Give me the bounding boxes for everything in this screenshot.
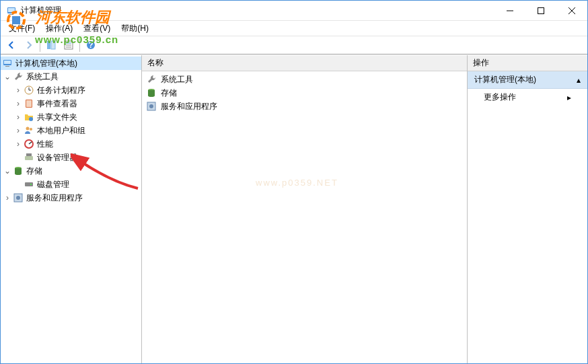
maximize-button[interactable] xyxy=(525,1,556,20)
svg-point-32 xyxy=(15,172,22,175)
svg-point-39 xyxy=(148,94,155,97)
menu-help[interactable]: 帮助(H) xyxy=(116,22,154,36)
disk-icon xyxy=(24,179,34,190)
svg-rect-33 xyxy=(25,182,33,186)
tree-label: 服务和应用程序 xyxy=(26,192,85,204)
svg-rect-16 xyxy=(4,61,11,64)
svg-rect-7 xyxy=(47,41,50,49)
svg-rect-28 xyxy=(25,156,33,160)
menu-view[interactable]: 查看(V) xyxy=(78,22,116,36)
menu-file[interactable]: 文件(F) xyxy=(3,22,40,36)
svg-point-41 xyxy=(149,104,153,108)
window-controls xyxy=(494,1,587,20)
book-icon xyxy=(24,98,34,109)
actions-header: 操作 xyxy=(468,55,587,71)
list-item-system-tools[interactable]: 系统工具 xyxy=(142,73,467,86)
tree-event-viewer[interactable]: › 事件查看器 xyxy=(1,97,141,110)
menu-action[interactable]: 操作(A) xyxy=(40,22,78,36)
tree-storage[interactable]: ⌄ 存储 xyxy=(1,164,141,178)
tree-disk-management[interactable]: 磁盘管理 xyxy=(1,178,141,191)
app-window: 计算机管理 文件(F) 操作(A) 查看(V) 帮助(H) ? 计算机管理(本地… xyxy=(0,0,588,364)
list-item-services-apps[interactable]: 服务和应用程序 xyxy=(142,100,467,113)
expander-icon[interactable]: ⌄ xyxy=(2,166,13,176)
expander-icon[interactable]: › xyxy=(13,125,24,136)
svg-point-25 xyxy=(30,128,32,131)
action-group-header[interactable]: 计算机管理(本地) ▴ xyxy=(468,71,587,89)
computer-icon xyxy=(2,58,13,69)
expander-icon[interactable]: › xyxy=(2,192,13,203)
list-label: 服务和应用程序 xyxy=(161,101,217,112)
storage-icon xyxy=(13,166,24,176)
toolbar-separator xyxy=(79,38,80,52)
tree-device-manager[interactable]: 设备管理器 xyxy=(1,151,141,164)
actions-pane: 操作 计算机管理(本地) ▴ 更多操作 ▸ xyxy=(468,55,587,363)
action-more[interactable]: 更多操作 ▸ xyxy=(468,89,587,106)
column-header-name: 名称 xyxy=(147,57,163,69)
svg-line-27 xyxy=(29,142,32,144)
tree-label: 存储 xyxy=(26,166,45,177)
svg-rect-1 xyxy=(8,8,15,12)
folder-share-icon xyxy=(24,112,34,122)
tree-label: 性能 xyxy=(37,139,56,150)
collapse-icon: ▴ xyxy=(577,75,581,85)
expander-spacer xyxy=(13,152,24,163)
tree-label: 共享文件夹 xyxy=(37,112,80,123)
tree-root[interactable]: 计算机管理(本地) xyxy=(1,57,141,70)
svg-point-36 xyxy=(16,196,20,200)
tree-shared-folders[interactable]: › 共享文件夹 xyxy=(1,110,141,124)
svg-rect-2 xyxy=(9,14,13,15)
expander-spacer xyxy=(13,179,24,190)
svg-rect-8 xyxy=(51,41,55,49)
content-area: 计算机管理(本地) ⌄ 系统工具 › 任务计划程序 › 事件查看器 xyxy=(1,54,587,363)
clock-icon xyxy=(24,85,34,96)
list-pane: 名称 系统工具 存储 服务和应用程序 xyxy=(142,55,468,363)
tree-performance[interactable]: › 性能 xyxy=(1,137,141,151)
list-header[interactable]: 名称 xyxy=(142,55,467,71)
tree-label: 计算机管理(本地) xyxy=(15,58,80,69)
tree-label: 设备管理器 xyxy=(37,152,80,163)
list-item-storage[interactable]: 存储 xyxy=(142,86,467,100)
action-label: 更多操作 xyxy=(484,92,516,103)
tree-pane: 计算机管理(本地) ⌄ 系统工具 › 任务计划程序 › 事件查看器 xyxy=(1,55,142,363)
window-title: 计算机管理 xyxy=(21,5,494,16)
back-button[interactable] xyxy=(3,37,20,53)
list-label: 存储 xyxy=(161,87,177,99)
tree-label: 本地用户和组 xyxy=(37,125,88,137)
properties-button[interactable] xyxy=(61,37,77,53)
tree-label: 任务计划程序 xyxy=(37,85,88,96)
svg-rect-29 xyxy=(26,153,32,156)
svg-point-23 xyxy=(29,117,33,121)
actions-title: 操作 xyxy=(473,57,489,69)
action-group-label: 计算机管理(本地) xyxy=(474,74,536,85)
expander-icon[interactable]: › xyxy=(13,98,24,109)
forward-button[interactable] xyxy=(21,37,37,53)
wrench-icon xyxy=(13,71,24,82)
tree-services-apps[interactable]: › 服务和应用程序 xyxy=(1,191,141,205)
titlebar: 计算机管理 xyxy=(1,1,587,21)
minimize-button[interactable] xyxy=(494,1,525,20)
svg-rect-17 xyxy=(5,66,9,67)
list-label: 系统工具 xyxy=(161,74,193,85)
expander-icon[interactable]: › xyxy=(13,85,24,96)
tree-local-users[interactable]: › 本地用户和组 xyxy=(1,124,141,137)
tree-label: 事件查看器 xyxy=(37,98,80,110)
expander-icon[interactable]: ⌄ xyxy=(2,71,13,82)
users-icon xyxy=(24,125,34,136)
svg-point-34 xyxy=(30,184,32,185)
svg-rect-22 xyxy=(26,100,32,107)
toolbar: ? xyxy=(1,36,587,54)
wrench-icon xyxy=(146,74,157,85)
toolbar-separator xyxy=(40,38,40,52)
menubar: 文件(F) 操作(A) 查看(V) 帮助(H) xyxy=(1,21,587,36)
help-button[interactable]: ? xyxy=(83,37,99,53)
list-body: 系统工具 存储 服务和应用程序 xyxy=(142,71,467,363)
close-button[interactable] xyxy=(556,1,587,20)
tree-task-scheduler[interactable]: › 任务计划程序 xyxy=(1,83,141,97)
expander-icon[interactable]: › xyxy=(13,139,24,149)
services-icon xyxy=(146,101,157,112)
show-hide-tree-button[interactable] xyxy=(43,37,59,53)
tree-system-tools[interactable]: ⌄ 系统工具 xyxy=(1,70,141,83)
expander-icon[interactable]: › xyxy=(13,112,24,122)
chevron-right-icon: ▸ xyxy=(567,93,571,102)
nav-tree: 计算机管理(本地) ⌄ 系统工具 › 任务计划程序 › 事件查看器 xyxy=(1,55,141,206)
